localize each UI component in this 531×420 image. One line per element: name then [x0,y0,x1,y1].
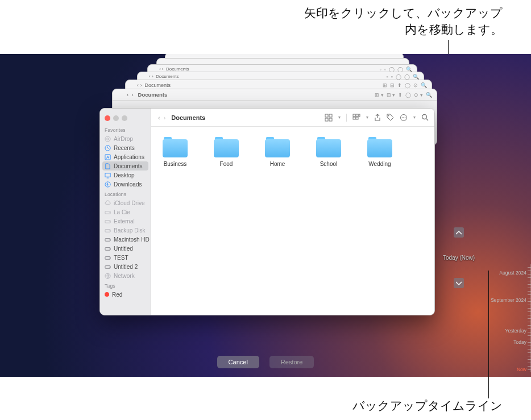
sidebar-item-untitled[interactable]: Untitled [100,244,151,253]
folder-food[interactable]: Food [209,137,243,167]
tag-dot-icon [105,292,109,297]
folder-icon [265,137,290,157]
svg-rect-24 [329,114,332,117]
disk-icon [105,218,111,224]
view-icon-grid[interactable] [325,114,333,122]
sidebar-item-network[interactable]: Network [100,271,151,280]
sidebar-item-label: Macintosh HD [114,236,150,243]
svg-line-38 [426,119,429,121]
back-button[interactable]: ‹ [157,114,161,121]
forward-button[interactable]: › [163,114,167,121]
action-buttons: Cancel Restore [0,356,531,368]
sidebar-item-recents[interactable]: Recents [100,143,151,152]
group-icon[interactable] [352,114,360,122]
search-icon[interactable] [421,114,429,121]
sidebar-item-documents[interactable]: Documents [102,161,148,171]
sidebar-item-desktop[interactable]: Desktop [100,171,151,180]
svg-rect-28 [356,114,358,117]
clock-icon [105,145,111,151]
svg-text:A: A [106,155,109,160]
svg-rect-31 [356,117,358,119]
finder-toolbar: ‹ › Documents ▾ ▾ [151,109,434,127]
svg-point-34 [402,117,403,118]
action-icon[interactable] [400,114,408,122]
cloud-icon [105,200,111,206]
folder-wedding[interactable]: Wedding [363,137,397,167]
sidebar-item-la-cie[interactable]: La Cie [100,207,151,217]
svg-point-1 [107,138,109,140]
sidebar-tag-red[interactable]: Red [100,290,151,299]
folder-label: Home [270,161,285,167]
download-icon [105,181,111,188]
timeline-label-september-2024[interactable]: September 2024 [491,297,526,303]
annotation-bottom: バックアップタイムライン [352,398,503,414]
timeline-label-today[interactable]: Today [513,339,526,345]
svg-rect-26 [329,118,332,121]
svg-point-35 [403,117,404,118]
svg-point-21 [109,267,110,267]
desktop-icon [105,172,111,178]
finder-window: Favorites AirDropRecentsAApplicationsDoc… [99,108,435,315]
window-title: Documents [171,114,205,121]
cancel-button[interactable]: Cancel [217,356,259,368]
restore-button[interactable]: Restore [269,356,314,368]
disk-icon [105,209,111,215]
sidebar-item-label: Untitled 2 [114,264,138,270]
tag-icon[interactable] [387,114,394,121]
sidebar-item-label: Network [114,273,135,279]
svg-rect-23 [325,114,328,117]
sidebar-item-label: TEST [114,255,128,261]
timeline-label-yesterday[interactable]: Yesterday [505,328,527,334]
callout-line-timeline [488,271,489,398]
sidebar-item-downloads[interactable]: Downloads [100,180,151,189]
sidebar-item-label: iCloud Drive [114,200,144,206]
timeline-up-arrow[interactable] [454,227,464,238]
sidebar-item-icloud-drive[interactable]: iCloud Drive [100,198,151,207]
svg-point-15 [109,239,110,240]
sidebar-item-label: Downloads [114,181,142,188]
sidebar-item-external[interactable]: External [100,217,151,226]
close-button[interactable] [105,115,110,121]
timeline-nav: Today (Now) [443,227,475,288]
sidebar-header-tags: Tags [100,280,151,290]
sidebar-item-label: Untitled [114,246,133,252]
sidebar-item-label: Recents [114,145,135,151]
folder-home[interactable]: Home [260,137,294,167]
sidebar-item-test[interactable]: TEST [100,253,151,262]
zoom-button[interactable] [122,115,127,121]
timeline-label-august-2024[interactable]: August 2024 [499,270,526,276]
sidebar-header-locations: Locations [100,189,151,198]
folder-school[interactable]: School [312,137,346,167]
folder-label: Wedding [368,161,391,167]
svg-rect-30 [353,117,355,119]
disk-icon [105,255,111,261]
svg-point-17 [109,248,110,249]
folder-icon [316,137,341,157]
svg-point-0 [105,136,110,141]
sidebar-item-label: Documents [114,163,143,169]
sidebar-item-backup-disk[interactable]: Backup Disk [100,226,151,235]
folder-label: Food [220,161,233,167]
svg-point-11 [109,221,110,222]
share-icon[interactable] [374,114,381,122]
folder-business[interactable]: Business [158,137,192,167]
sidebar-item-label: Applications [114,154,144,160]
sidebar-item-untitled-2[interactable]: Untitled 2 [100,262,151,271]
folder-icon [163,137,188,157]
sidebar-item-airdrop[interactable]: AirDrop [100,134,151,143]
svg-rect-29 [359,114,360,117]
disk-icon [105,236,111,243]
timeline-down-arrow[interactable] [454,278,464,288]
minimize-button[interactable] [113,115,119,121]
sidebar-item-macintosh-hd[interactable]: Macintosh HD [100,235,151,244]
window-controls [100,112,151,124]
finder-content: ‹ › Documents ▾ ▾ [151,109,434,315]
globe-icon [105,273,111,279]
svg-point-36 [405,117,406,118]
disk-icon [105,264,111,270]
sidebar-item-label: Backup Disk [114,227,146,234]
sidebar-item-applications[interactable]: AApplications [100,152,151,161]
airdrop-icon [105,136,111,142]
desktop-background: ‹ › Documents▫▫◯◯🔍 ‹ › Documents▫▫◯◯🔍 ‹ … [0,54,531,377]
svg-rect-25 [325,118,328,121]
